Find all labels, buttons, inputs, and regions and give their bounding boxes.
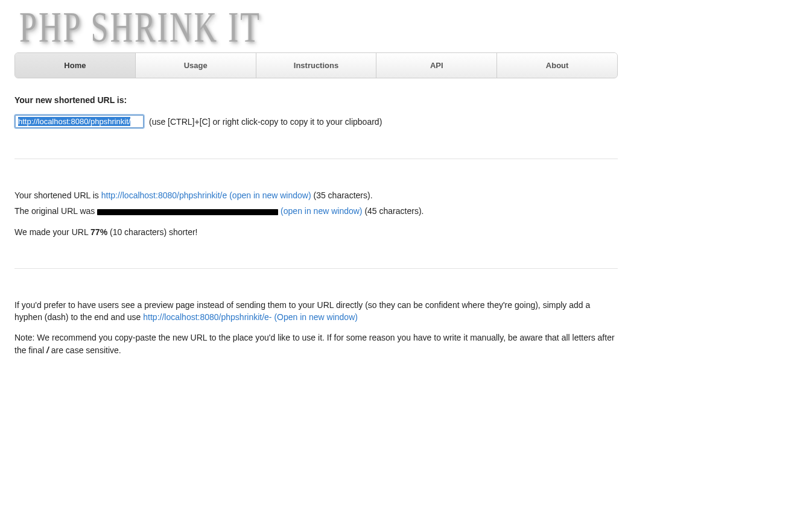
- orig-url-prefix: The original URL was: [14, 206, 97, 216]
- result-heading: Your new shortened URL is:: [14, 95, 618, 105]
- short-url-link[interactable]: http://localhost:8080/phpshrinkit/e (ope…: [101, 190, 311, 200]
- orig-url-redacted: [97, 209, 278, 215]
- savings-suffix: (10 characters) shorter!: [110, 227, 198, 237]
- short-url-suffix: (35 characters).: [313, 190, 372, 200]
- savings-percent: 77%: [90, 227, 107, 237]
- orig-url-link[interactable]: (open in new window): [281, 206, 362, 216]
- note-slash: /: [46, 345, 49, 355]
- orig-url-suffix: (45 characters).: [364, 206, 423, 216]
- savings-prefix: We made your URL: [14, 227, 90, 237]
- note-part2: are case sensitive.: [51, 345, 121, 355]
- copy-hint: (use [CTRL]+[C] or right click-copy to c…: [149, 117, 382, 127]
- shortened-url-input[interactable]: [14, 115, 144, 128]
- short-url-prefix: Your shortened URL is: [14, 190, 101, 200]
- logo: PHP SHRINK IT: [14, 0, 618, 58]
- preview-url-link[interactable]: http://localhost:8080/phpshrinkit/e- (Op…: [143, 312, 358, 322]
- divider-2: [14, 268, 618, 269]
- divider: [14, 159, 618, 159]
